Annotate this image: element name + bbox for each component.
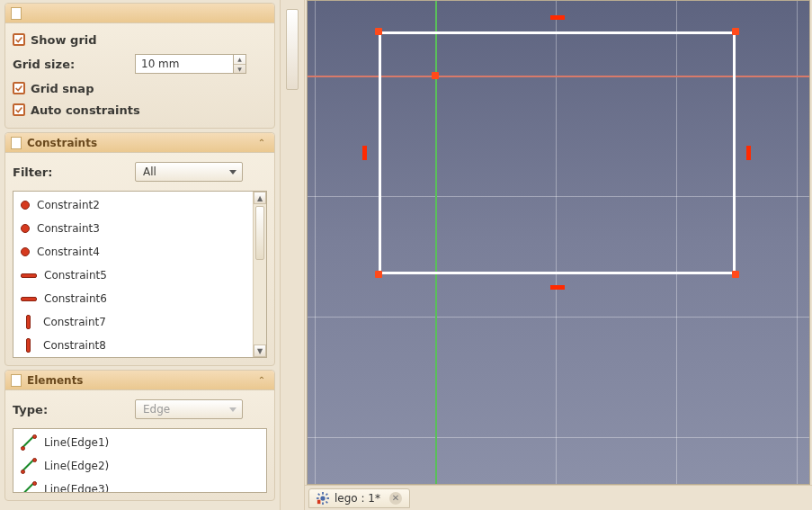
scrollbar[interactable]: ▲ ▼: [253, 192, 266, 357]
grid-size-spinner[interactable]: ▲▼: [234, 54, 246, 74]
svg-line-7: [326, 493, 328, 495]
spinner-down[interactable]: ▼: [234, 65, 245, 74]
horizontal-constraint-icon: [550, 15, 565, 20]
type-label: Type:: [13, 403, 129, 416]
elements-list: Line(Edge1)Line(Edge2)Line(Edge3): [13, 428, 267, 493]
list-item-label: Line(Edge3): [44, 483, 109, 493]
list-item[interactable]: Constraint5: [13, 264, 266, 287]
list-item[interactable]: Line(Edge1): [13, 431, 266, 454]
list-item[interactable]: Constraint7: [13, 310, 266, 334]
gear-icon: [317, 492, 329, 505]
show-grid-checkbox[interactable]: [13, 33, 25, 46]
svg-line-5: [318, 493, 320, 495]
horizontal-constraint-icon: [21, 273, 37, 278]
scroll-thumb[interactable]: [255, 206, 264, 260]
line-element-icon: [21, 434, 37, 451]
svg-rect-9: [317, 499, 321, 503]
list-item[interactable]: Constraint3: [13, 217, 266, 240]
grid-snap-label: Grid snap: [31, 82, 94, 95]
auto-constraints-checkbox[interactable]: [13, 103, 25, 116]
horizontal-constraint-icon: [21, 297, 37, 301]
document-tab[interactable]: lego : 1* ✕: [308, 488, 410, 508]
line-element-icon: [21, 481, 37, 493]
elements-panel-header[interactable]: Elements ⌃: [5, 371, 274, 390]
page-icon: [11, 137, 22, 149]
elements-panel-title: Elements: [27, 374, 84, 387]
grid-line: [315, 1, 316, 484]
list-item-label: Constraint6: [44, 292, 107, 305]
point-constraint-icon: [21, 201, 30, 210]
sketch-point[interactable]: [732, 271, 739, 278]
sketch-point[interactable]: [375, 271, 382, 278]
grid-snap-checkbox[interactable]: [13, 82, 25, 94]
spinner-up[interactable]: ▲: [234, 55, 245, 65]
sidebar: Show grid Grid size: ▲▼ Grid snap Auto c…: [0, 0, 280, 510]
point-constraint-icon: [21, 224, 30, 233]
page-icon: [11, 7, 22, 20]
list-item-label: Constraint3: [37, 222, 100, 235]
line-element-icon: [21, 458, 37, 474]
display-panel: Show grid Grid size: ▲▼ Grid snap Auto c…: [4, 3, 275, 129]
list-item-label: Constraint4: [37, 246, 100, 258]
constraints-panel: Constraints ⌃ Filter: All Constraint2Con…: [4, 132, 275, 366]
divider-handle[interactable]: [286, 9, 299, 90]
list-item-label: Line(Edge2): [44, 460, 109, 472]
list-item-label: Constraint8: [43, 339, 106, 352]
svg-line-6: [326, 501, 328, 503]
tab-label: lego : 1*: [335, 492, 380, 505]
list-item-label: Constraint7: [43, 316, 106, 328]
constraints-list: Constraint2Constraint3Constraint4Constra…: [13, 191, 267, 358]
scroll-up[interactable]: ▲: [254, 192, 266, 204]
constraints-panel-header[interactable]: Constraints ⌃: [5, 133, 274, 153]
list-item[interactable]: Constraint6: [13, 287, 266, 310]
list-item-label: Constraint2: [37, 199, 100, 211]
sketch-point[interactable]: [732, 28, 739, 35]
list-item[interactable]: Constraint4: [13, 240, 266, 264]
vertical-constraint-icon: [26, 315, 31, 329]
show-grid-label: Show grid: [31, 33, 97, 47]
panel-divider[interactable]: [280, 0, 305, 510]
document-tabbar: lego : 1* ✕: [305, 485, 812, 510]
sketch-rectangle[interactable]: [379, 31, 736, 274]
constraints-panel-title: Constraints: [27, 137, 97, 149]
list-item[interactable]: Line(Edge3): [13, 478, 266, 493]
list-item-label: Constraint5: [44, 269, 107, 282]
list-item[interactable]: Line(Edge2): [13, 454, 266, 478]
filter-label: Filter:: [13, 166, 129, 179]
elements-panel: Elements ⌃ Type: Edge Line(Edge1)Line(Ed…: [4, 370, 275, 501]
close-icon[interactable]: ✕: [389, 492, 402, 505]
collapse-icon[interactable]: ⌃: [254, 136, 269, 150]
grid-line: [797, 1, 798, 484]
auto-constraints-label: Auto constraints: [31, 103, 140, 117]
list-item[interactable]: Constraint2: [13, 193, 266, 217]
filter-select[interactable]: All: [135, 162, 243, 182]
sketch-viewport[interactable]: [307, 0, 810, 485]
grid-size-input[interactable]: [135, 54, 234, 74]
horizontal-constraint-icon: [550, 285, 565, 290]
page-icon: [11, 374, 22, 387]
list-item-label: Line(Edge1): [44, 436, 109, 449]
scroll-down[interactable]: ▼: [254, 344, 266, 357]
point-constraint-icon: [21, 247, 30, 256]
type-select[interactable]: Edge: [135, 399, 243, 419]
display-panel-header[interactable]: [5, 4, 274, 23]
vertical-constraint-icon: [362, 146, 367, 160]
list-item[interactable]: Constraint8: [13, 334, 266, 357]
vertical-constraint-icon: [26, 338, 31, 353]
collapse-icon[interactable]: ⌃: [254, 373, 269, 388]
grid-line: [308, 437, 809, 438]
main-area: lego : 1* ✕: [305, 0, 812, 510]
svg-point-0: [320, 496, 325, 500]
grid-size-label: Grid size:: [13, 58, 129, 71]
sketch-point[interactable]: [432, 72, 439, 79]
grid-line: [308, 317, 809, 318]
sketch-point[interactable]: [375, 28, 382, 35]
vertical-constraint-icon: [746, 146, 751, 160]
